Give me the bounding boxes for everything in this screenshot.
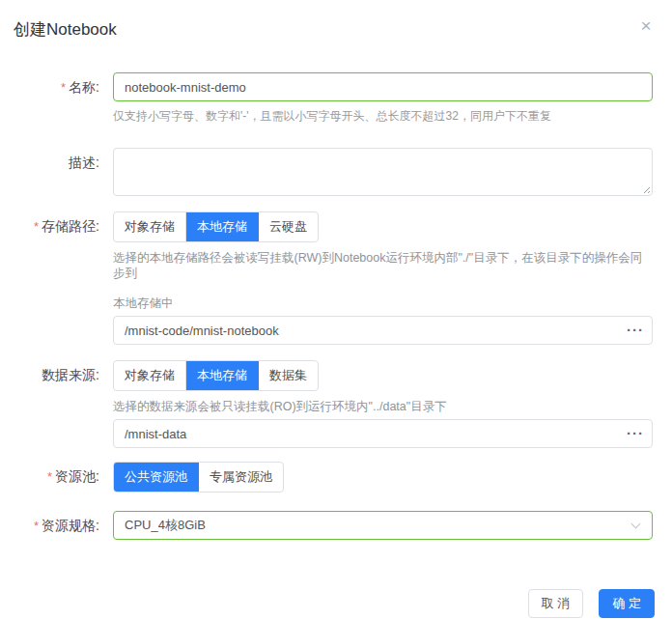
storage-path-help-line1: 选择的本地存储路径会被读写挂载(RW)到Notebook运行环境内部"./"目录… bbox=[113, 250, 653, 281]
tab-local-storage[interactable]: 本地存储 bbox=[186, 361, 259, 390]
resource-spec-label: *资源规格: bbox=[0, 511, 99, 541]
confirm-button[interactable]: 确 定 bbox=[599, 589, 655, 618]
required-asterisk: * bbox=[34, 219, 39, 234]
data-source-tab-group: 对象存储 本地存储 数据集 bbox=[113, 360, 319, 391]
tab-dataset[interactable]: 数据集 bbox=[259, 361, 318, 390]
cancel-button[interactable]: 取 消 bbox=[528, 589, 584, 618]
required-asterisk: * bbox=[47, 469, 52, 484]
resource-spec-row: *资源规格: CPU_4核8GiB bbox=[0, 511, 672, 541]
name-row: *名称: 仅支持小写字母、数字和'-'，且需以小写字母开头、总长度不超过32，同… bbox=[0, 72, 672, 124]
required-asterisk: * bbox=[34, 519, 39, 533]
description-textarea[interactable] bbox=[113, 148, 653, 196]
data-source-input[interactable] bbox=[113, 419, 653, 448]
data-source-row: 数据来源: 对象存储 本地存储 数据集 选择的数据来源会被只读挂载(RO)到运行… bbox=[0, 360, 672, 448]
more-ellipsis-icon[interactable]: ··· bbox=[627, 419, 644, 448]
dialog-footer: 取 消 确 定 bbox=[0, 589, 672, 618]
create-notebook-dialog: 创建Notebook × *名称: 仅支持小写字母、数字和'-'，且需以小写字母… bbox=[0, 0, 672, 619]
data-source-label: 数据来源: bbox=[0, 360, 99, 389]
resource-spec-select[interactable]: CPU_4核8GiB bbox=[113, 511, 653, 540]
tab-object-storage[interactable]: 对象存储 bbox=[114, 361, 186, 390]
name-label: *名称: bbox=[0, 72, 99, 102]
resource-pool-tab-group: 公共资源池 专属资源池 bbox=[113, 462, 284, 492]
tab-public-pool[interactable]: 公共资源池 bbox=[114, 463, 199, 492]
required-asterisk: * bbox=[61, 80, 66, 95]
close-icon[interactable]: × bbox=[635, 15, 657, 37]
storage-path-row: *存储路径: 对象存储 本地存储 云硬盘 选择的本地存储路径会被读写挂载(RW)… bbox=[0, 211, 672, 345]
storage-path-label: *存储路径: bbox=[0, 211, 99, 241]
name-input[interactable] bbox=[113, 72, 653, 101]
description-label: 描述: bbox=[0, 148, 99, 177]
tab-local-storage[interactable]: 本地存储 bbox=[186, 212, 259, 241]
more-ellipsis-icon[interactable]: ··· bbox=[627, 316, 644, 345]
data-source-help: 选择的数据来源会被只读挂载(RO)到运行环境内"../data"目录下 bbox=[113, 399, 653, 414]
resource-spec-value: CPU_4核8GiB bbox=[114, 512, 652, 539]
dialog-title: 创建Notebook bbox=[14, 18, 117, 41]
tab-object-storage[interactable]: 对象存储 bbox=[114, 212, 186, 241]
storage-path-input[interactable] bbox=[113, 316, 653, 345]
description-row: 描述: bbox=[0, 148, 672, 196]
storage-path-tab-group: 对象存储 本地存储 云硬盘 bbox=[113, 211, 319, 242]
resource-pool-label: *资源池: bbox=[0, 462, 99, 492]
dialog-header: 创建Notebook × bbox=[0, 0, 672, 41]
name-help-text: 仅支持小写字母、数字和'-'，且需以小写字母开头、总长度不超过32，同用户下不重… bbox=[113, 108, 653, 124]
storage-path-help-line2: 本地存储中 bbox=[113, 295, 653, 311]
tab-cloud-disk[interactable]: 云硬盘 bbox=[259, 212, 318, 241]
tab-dedicated-pool[interactable]: 专属资源池 bbox=[199, 463, 283, 492]
resource-pool-row: *资源池: 公共资源池 专属资源池 bbox=[0, 462, 672, 492]
create-notebook-form: *名称: 仅支持小写字母、数字和'-'，且需以小写字母开头、总长度不超过32，同… bbox=[0, 72, 672, 541]
